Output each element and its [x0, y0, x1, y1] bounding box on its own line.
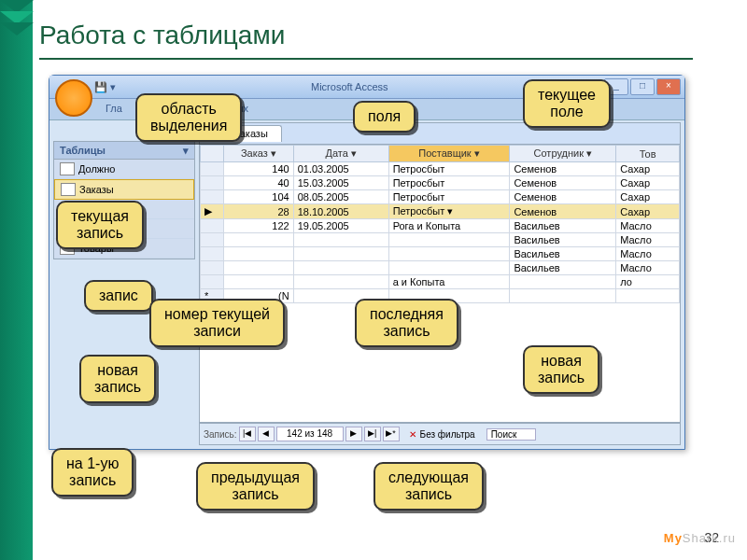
- nav-item[interactable]: Должно: [54, 160, 194, 179]
- callout-fields: поля: [353, 101, 416, 133]
- column-header[interactable]: Сотрудник ▾: [510, 146, 616, 162]
- table-row[interactable]: 4015.03.2005ПетросбытСеменовСахар: [201, 176, 680, 190]
- first-record-button[interactable]: |◀: [239, 427, 256, 441]
- select-all[interactable]: [201, 146, 224, 162]
- callout-rec-num: номер текущейзаписи: [149, 299, 285, 347]
- callout-prev-record: предыдущаязапись: [196, 462, 315, 511]
- table-row[interactable]: ВасильевМасло: [201, 247, 680, 261]
- next-record-button[interactable]: ▶: [345, 427, 362, 441]
- callout-current-field: текущееполе: [523, 79, 611, 128]
- watermark: MyShark.ru: [664, 531, 736, 545]
- callout-new-record-l: новаязапись: [79, 355, 156, 403]
- callout-current-record: текущаязапись: [56, 201, 144, 249]
- table-row[interactable]: 12219.05.2005Рога и КопытаВасильевМасло: [201, 219, 680, 233]
- table-row[interactable]: а и Копытало: [201, 275, 680, 289]
- quick-access-toolbar[interactable]: 💾 ▾: [94, 81, 116, 93]
- maximize-button[interactable]: □: [630, 78, 655, 95]
- ribbon-tab[interactable]: Гла: [96, 99, 132, 119]
- table-row[interactable]: 10408.05.2005ПетросбытСеменовСахар: [201, 190, 680, 204]
- office-button[interactable]: [55, 79, 92, 117]
- table-row[interactable]: ВасильевМасло: [201, 261, 680, 275]
- record-position[interactable]: 142 из 148: [276, 427, 344, 441]
- app-title: Microsoft Access: [311, 81, 388, 92]
- callout-next-record: следующаязапись: [374, 462, 484, 511]
- new-record-button[interactable]: ▶*: [383, 427, 400, 441]
- data-grid[interactable]: Заказ ▾ Дата ▾ Поставщик ▾ Сотрудник ▾ Т…: [200, 145, 680, 303]
- callout-selection-area: областьвыделения: [135, 93, 242, 142]
- nav-label: Запись:: [204, 429, 237, 440]
- header-row: Заказ ▾ Дата ▾ Поставщик ▾ Сотрудник ▾ Т…: [201, 146, 680, 162]
- last-record-button[interactable]: ▶|: [364, 427, 381, 441]
- table-icon: [61, 183, 76, 196]
- close-button[interactable]: ×: [656, 78, 681, 95]
- nav-header[interactable]: Таблицы ▾: [54, 142, 194, 160]
- datasheet: 📋 Заказы Заказ ▾ Дата ▾ Поставщик ▾ Сотр…: [199, 122, 681, 423]
- callout-new-record-r: новаязапись: [523, 345, 599, 394]
- table-row[interactable]: 14001.03.2005ПетросбытСеменовСахар: [201, 162, 680, 176]
- column-header-current[interactable]: Поставщик ▾: [388, 146, 510, 162]
- column-header[interactable]: Тов: [616, 146, 680, 162]
- table-row[interactable]: ВасильевМасло: [201, 233, 680, 247]
- prev-record-button[interactable]: ◀: [258, 427, 275, 441]
- callout-records: запис: [84, 280, 153, 312]
- callout-first-record: на 1-уюзапись: [51, 448, 134, 497]
- filter-status[interactable]: Без фильтра: [420, 429, 475, 440]
- table-row[interactable]: ▶2818.10.2005Петросбыт ▾СеменовСахар: [201, 204, 680, 219]
- search-box[interactable]: Поиск: [486, 428, 537, 441]
- nav-item-active[interactable]: Заказы: [54, 179, 194, 200]
- column-header[interactable]: Заказ ▾: [224, 146, 294, 162]
- filter-off-icon: ✕: [409, 429, 416, 440]
- table-icon: [60, 162, 75, 175]
- slide-title: Работа с таблицами: [39, 21, 693, 60]
- record-navigator: Запись: |◀ ◀ 142 из 148 ▶ ▶| ▶* ✕ Без фи…: [199, 423, 681, 445]
- callout-last-record: последняязапись: [355, 299, 458, 347]
- column-header[interactable]: Дата ▾: [293, 146, 388, 162]
